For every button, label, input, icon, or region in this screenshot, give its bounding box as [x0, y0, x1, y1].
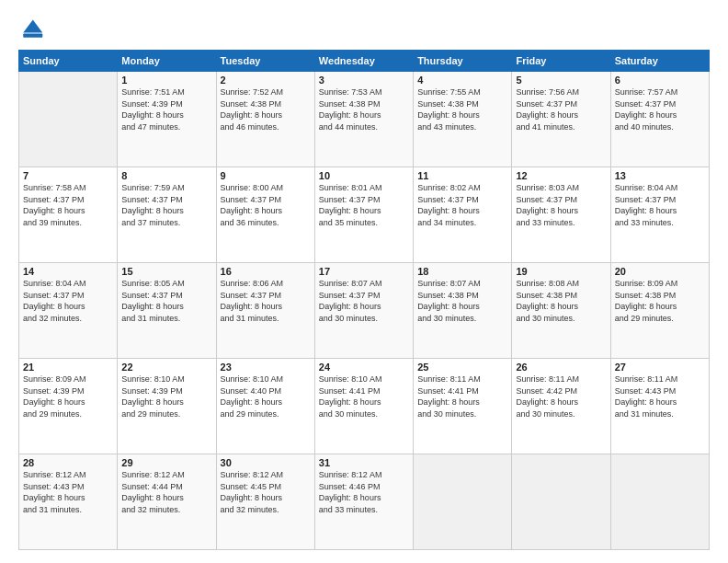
calendar-table: SundayMondayTuesdayWednesdayThursdayFrid…: [18, 50, 710, 550]
calendar-cell: 15Sunrise: 8:05 AMSunset: 4:37 PMDayligh…: [118, 263, 216, 359]
day-info: Sunrise: 7:58 AMSunset: 4:37 PMDaylight:…: [23, 182, 113, 228]
svg-marker-0: [23, 20, 42, 33]
day-of-week-sunday: Sunday: [19, 51, 118, 72]
day-number: 7: [23, 170, 113, 181]
calendar-cell: 28Sunrise: 8:12 AMSunset: 4:43 PMDayligh…: [19, 454, 118, 550]
calendar-cell: 7Sunrise: 7:58 AMSunset: 4:37 PMDaylight…: [19, 167, 118, 263]
day-info: Sunrise: 8:10 AMSunset: 4:40 PMDaylight:…: [221, 373, 311, 419]
day-number: 6: [615, 75, 705, 86]
calendar-cell: 4Sunrise: 7:55 AMSunset: 4:38 PMDaylight…: [414, 72, 512, 167]
calendar-cell: 16Sunrise: 8:06 AMSunset: 4:37 PMDayligh…: [216, 263, 314, 359]
day-info: Sunrise: 8:11 AMSunset: 4:43 PMDaylight:…: [615, 373, 705, 419]
day-of-week-monday: Monday: [118, 51, 216, 72]
calendar-cell: 25Sunrise: 8:11 AMSunset: 4:41 PMDayligh…: [414, 359, 512, 454]
calendar-body: 1Sunrise: 7:51 AMSunset: 4:39 PMDaylight…: [19, 72, 710, 550]
day-number: 16: [221, 266, 311, 277]
day-info: Sunrise: 8:11 AMSunset: 4:42 PMDaylight:…: [516, 373, 606, 419]
calendar-cell: 6Sunrise: 7:57 AMSunset: 4:37 PMDaylight…: [610, 72, 709, 167]
day-number: 26: [516, 362, 606, 373]
day-number: 24: [319, 362, 409, 373]
day-number: 22: [121, 362, 211, 373]
calendar-cell: 18Sunrise: 8:07 AMSunset: 4:38 PMDayligh…: [414, 263, 512, 359]
calendar-cell: 22Sunrise: 8:10 AMSunset: 4:39 PMDayligh…: [118, 359, 216, 454]
day-number: 31: [319, 457, 409, 468]
day-info: Sunrise: 8:09 AMSunset: 4:39 PMDaylight:…: [23, 373, 113, 419]
calendar-cell: [610, 454, 709, 550]
calendar-cell: 1Sunrise: 7:51 AMSunset: 4:39 PMDaylight…: [118, 72, 216, 167]
day-info: Sunrise: 7:56 AMSunset: 4:37 PMDaylight:…: [516, 86, 606, 132]
calendar-cell: [414, 454, 512, 550]
week-row-5: 28Sunrise: 8:12 AMSunset: 4:43 PMDayligh…: [19, 454, 710, 550]
day-number: 29: [121, 457, 211, 468]
day-number: 14: [23, 266, 113, 277]
day-number: 1: [121, 75, 211, 86]
page: SundayMondayTuesdayWednesdayThursdayFrid…: [0, 0, 728, 563]
day-info: Sunrise: 7:55 AMSunset: 4:38 PMDaylight:…: [417, 86, 507, 132]
calendar-cell: 19Sunrise: 8:08 AMSunset: 4:38 PMDayligh…: [512, 263, 610, 359]
day-number: 23: [221, 362, 311, 373]
day-info: Sunrise: 8:10 AMSunset: 4:41 PMDaylight:…: [319, 373, 409, 419]
week-row-3: 14Sunrise: 8:04 AMSunset: 4:37 PMDayligh…: [19, 263, 710, 359]
day-number: 5: [516, 75, 606, 86]
calendar-cell: 9Sunrise: 8:00 AMSunset: 4:37 PMDaylight…: [216, 167, 314, 263]
day-info: Sunrise: 8:04 AMSunset: 4:37 PMDaylight:…: [615, 182, 705, 228]
calendar-cell: 23Sunrise: 8:10 AMSunset: 4:40 PMDayligh…: [216, 359, 314, 454]
calendar-cell: 29Sunrise: 8:12 AMSunset: 4:44 PMDayligh…: [118, 454, 216, 550]
day-number: 4: [417, 75, 507, 86]
day-info: Sunrise: 8:07 AMSunset: 4:37 PMDaylight:…: [319, 278, 409, 324]
calendar-cell: 20Sunrise: 8:09 AMSunset: 4:38 PMDayligh…: [610, 263, 709, 359]
days-of-week-row: SundayMondayTuesdayWednesdayThursdayFrid…: [19, 51, 710, 72]
day-of-week-saturday: Saturday: [610, 51, 709, 72]
day-info: Sunrise: 8:05 AMSunset: 4:37 PMDaylight:…: [121, 278, 211, 324]
day-number: 19: [516, 266, 606, 277]
calendar-cell: 11Sunrise: 8:02 AMSunset: 4:37 PMDayligh…: [414, 167, 512, 263]
day-number: 20: [615, 266, 705, 277]
calendar-cell: 3Sunrise: 7:53 AMSunset: 4:38 PMDaylight…: [314, 72, 413, 167]
calendar-cell: [512, 454, 610, 550]
svg-rect-1: [23, 33, 42, 37]
calendar-cell: [19, 72, 118, 167]
calendar-cell: 26Sunrise: 8:11 AMSunset: 4:42 PMDayligh…: [512, 359, 610, 454]
day-info: Sunrise: 8:10 AMSunset: 4:39 PMDaylight:…: [121, 373, 211, 419]
week-row-4: 21Sunrise: 8:09 AMSunset: 4:39 PMDayligh…: [19, 359, 710, 454]
day-number: 27: [615, 362, 705, 373]
day-info: Sunrise: 8:03 AMSunset: 4:37 PMDaylight:…: [516, 182, 606, 228]
calendar-cell: 24Sunrise: 8:10 AMSunset: 4:41 PMDayligh…: [314, 359, 413, 454]
day-info: Sunrise: 8:01 AMSunset: 4:37 PMDaylight:…: [319, 182, 409, 228]
calendar-cell: 8Sunrise: 7:59 AMSunset: 4:37 PMDaylight…: [118, 167, 216, 263]
calendar-cell: 10Sunrise: 8:01 AMSunset: 4:37 PMDayligh…: [314, 167, 413, 263]
week-row-2: 7Sunrise: 7:58 AMSunset: 4:37 PMDaylight…: [19, 167, 710, 263]
day-number: 11: [417, 170, 507, 181]
day-number: 21: [23, 362, 113, 373]
day-info: Sunrise: 8:12 AMSunset: 4:45 PMDaylight:…: [221, 469, 311, 515]
day-number: 25: [417, 362, 507, 373]
day-info: Sunrise: 7:53 AMSunset: 4:38 PMDaylight:…: [319, 86, 409, 132]
week-row-1: 1Sunrise: 7:51 AMSunset: 4:39 PMDaylight…: [19, 72, 710, 167]
calendar-cell: 13Sunrise: 8:04 AMSunset: 4:37 PMDayligh…: [610, 167, 709, 263]
day-info: Sunrise: 8:12 AMSunset: 4:43 PMDaylight:…: [23, 469, 113, 515]
logo-icon: [18, 17, 44, 42]
calendar-header: SundayMondayTuesdayWednesdayThursdayFrid…: [19, 51, 710, 72]
calendar-cell: 12Sunrise: 8:03 AMSunset: 4:37 PMDayligh…: [512, 167, 610, 263]
day-number: 28: [23, 457, 113, 468]
day-info: Sunrise: 8:07 AMSunset: 4:38 PMDaylight:…: [417, 278, 507, 324]
day-info: Sunrise: 8:12 AMSunset: 4:46 PMDaylight:…: [319, 469, 409, 515]
day-info: Sunrise: 8:00 AMSunset: 4:37 PMDaylight:…: [221, 182, 311, 228]
day-number: 17: [319, 266, 409, 277]
day-info: Sunrise: 7:52 AMSunset: 4:38 PMDaylight:…: [221, 86, 311, 132]
day-info: Sunrise: 7:59 AMSunset: 4:37 PMDaylight:…: [121, 182, 211, 228]
calendar-cell: 30Sunrise: 8:12 AMSunset: 4:45 PMDayligh…: [216, 454, 314, 550]
calendar-cell: 2Sunrise: 7:52 AMSunset: 4:38 PMDaylight…: [216, 72, 314, 167]
day-info: Sunrise: 8:08 AMSunset: 4:38 PMDaylight:…: [516, 278, 606, 324]
day-info: Sunrise: 8:11 AMSunset: 4:41 PMDaylight:…: [417, 373, 507, 419]
day-info: Sunrise: 7:51 AMSunset: 4:39 PMDaylight:…: [121, 86, 211, 132]
day-info: Sunrise: 8:04 AMSunset: 4:37 PMDaylight:…: [23, 278, 113, 324]
header: [18, 17, 710, 42]
day-info: Sunrise: 8:06 AMSunset: 4:37 PMDaylight:…: [221, 278, 311, 324]
day-number: 3: [319, 75, 409, 86]
calendar-cell: 17Sunrise: 8:07 AMSunset: 4:37 PMDayligh…: [314, 263, 413, 359]
calendar-cell: 27Sunrise: 8:11 AMSunset: 4:43 PMDayligh…: [610, 359, 709, 454]
day-of-week-friday: Friday: [512, 51, 610, 72]
day-number: 10: [319, 170, 409, 181]
day-number: 2: [221, 75, 311, 86]
